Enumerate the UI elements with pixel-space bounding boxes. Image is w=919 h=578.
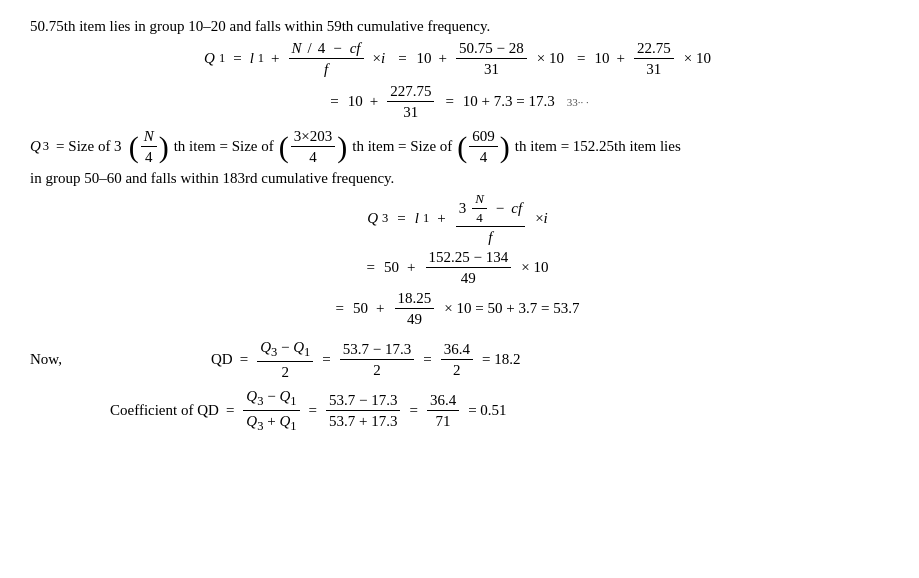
q3-3x203-group: ( 3×203 4 ) xyxy=(279,127,347,166)
q1-formula-block: Q1 = l1 + N / 4 − cf f ×i xyxy=(30,39,889,78)
qd-sym: QD xyxy=(211,351,233,368)
q1-result: = 10 + 227.75 31 = 10 + 7.3 = 17.3 33·· … xyxy=(330,82,589,121)
q1-sym: Q xyxy=(204,50,215,67)
coeff-364-frac: 36.4 71 xyxy=(427,391,459,430)
q1-22-frac: 22.75 31 xyxy=(634,39,674,78)
now-label: Now, xyxy=(30,351,85,368)
coeff-num-frac: 53.7 − 17.3 53.7 + 17.3 xyxy=(326,391,400,430)
q1-sub: 1 xyxy=(219,51,225,66)
intro-line: 50.75th item lies in group 10–20 and fal… xyxy=(30,18,889,35)
q3-152-frac: 152.25 − 134 49 xyxy=(426,248,512,287)
l1-sub: 1 xyxy=(258,51,264,66)
q3-1825-frac: 18.25 49 xyxy=(395,289,435,328)
qd-frac: Q3 − Q1 2 xyxy=(257,338,313,381)
q3-def-line: Q3 = Size of 3 ( N 4 ) th item = Size of… xyxy=(30,127,889,166)
coeff-frac: Q3 − Q1 Q3 + Q1 xyxy=(243,387,299,434)
q3-609-group: ( 609 4 ) xyxy=(457,127,510,166)
q1-main-frac: N / 4 − cf f xyxy=(289,39,364,78)
intro-text: 50.75th item lies in group 10–20 and fal… xyxy=(30,18,490,35)
qd-364-frac: 36.4 2 xyxy=(441,340,473,379)
q1-num-frac: 50.75 − 28 31 xyxy=(456,39,527,78)
q1-227-frac: 227.75 31 xyxy=(387,82,434,121)
times-i: ×i xyxy=(373,50,386,67)
coeff-line: Coefficient of QD = Q3 − Q1 Q3 + Q1 = 53… xyxy=(30,387,889,434)
l1-sym: l xyxy=(250,50,254,67)
q1-frac-num: N / 4 − cf xyxy=(289,39,364,59)
q3-n4-group: ( N 4 ) xyxy=(129,127,169,166)
q3-main-frac: 3 N 4 − cf f xyxy=(456,191,525,246)
eq1: = xyxy=(233,50,241,67)
q3-formula-row: Q3 = l1 + 3 N 4 − cf xyxy=(367,191,552,246)
q3-step2: = 50 + 18.25 49 × 10 = 50 + 3.7 = 53.7 xyxy=(336,289,584,328)
q3-step1: = 50 + 152.25 − 134 49 × 10 xyxy=(367,248,553,287)
coeff-label: Coefficient of QD xyxy=(110,402,219,419)
q3-formula-block: Q3 = l1 + 3 N 4 − cf xyxy=(30,191,889,328)
page: 50.75th item lies in group 10–20 and fal… xyxy=(30,18,889,434)
q1-formula: Q1 = l1 + N / 4 − cf f ×i xyxy=(204,39,715,78)
q1-num-inner: N / 4 − cf xyxy=(292,39,361,57)
qd-num-frac: 53.7 − 17.3 2 xyxy=(340,340,414,379)
eq2: = xyxy=(398,50,406,67)
q1-frac-den: f xyxy=(321,59,331,78)
q1-result-block: = 10 + 227.75 31 = 10 + 7.3 = 17.3 33·· … xyxy=(30,82,889,121)
qd-line: Now, QD = Q3 − Q1 2 = 53.7 − 17.3 2 = 36… xyxy=(30,338,889,381)
q3-group-line: in group 50–60 and falls within 183rd cu… xyxy=(30,170,889,187)
plus1: + xyxy=(271,50,279,67)
q3-formula-col: Q3 = l1 + 3 N 4 − cf xyxy=(336,191,584,328)
coeff-formula: Coefficient of QD = Q3 − Q1 Q3 + Q1 = 53… xyxy=(110,387,511,434)
